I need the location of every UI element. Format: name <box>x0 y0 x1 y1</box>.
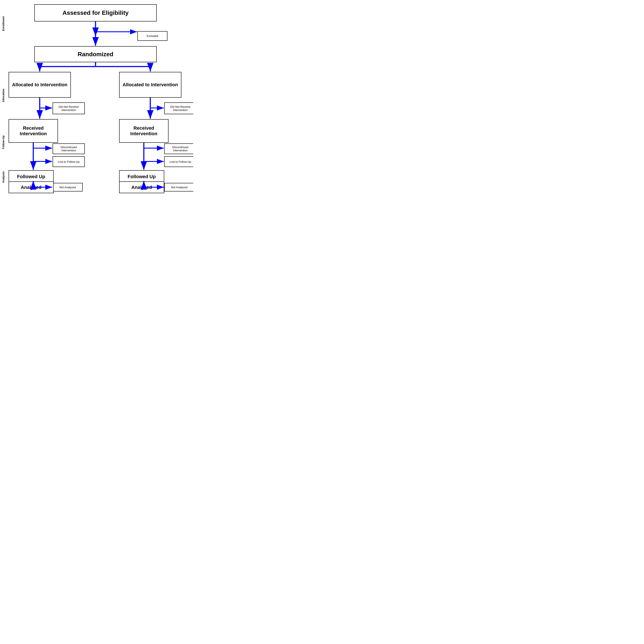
analysis-label: Analysis <box>2 162 5 192</box>
did-not-receive-right-box: Did Not Receive Intervention <box>164 102 193 114</box>
analyzed-right-box: Analyzed <box>119 181 164 193</box>
allocated-left-box: Allocated to Intervention <box>9 72 71 98</box>
followed-left-box: Followed Up <box>9 170 54 183</box>
eligibility-box: Assessed for Eligibility <box>34 4 157 21</box>
followup-label: Follow-Up <box>2 122 5 162</box>
received-right-box: Received Intervention <box>119 119 169 143</box>
discontinued-left-box: Discontinued Intervention <box>53 143 85 154</box>
allocated-right-box: Allocated to Intervention <box>119 72 181 98</box>
not-analyzed-right-box: Not Analyzed <box>164 183 193 191</box>
analyzed-left-box: Analyzed <box>9 181 54 193</box>
received-left-box: Received Intervention <box>9 119 58 143</box>
lost-left-box: Lost to Follow-Up <box>53 156 85 167</box>
followed-right-box: Followed Up <box>119 170 164 183</box>
enrollment-label: Enrollment <box>2 6 5 41</box>
randomized-box: Randomized <box>34 46 157 62</box>
not-analyzed-left-box: Not Analyzed <box>53 183 83 191</box>
did-not-receive-left-box: Did Not Receive Intervention <box>53 102 85 114</box>
consort-diagram: Enrollment Allocation Follow-Up Analysis… <box>0 0 193 193</box>
discontinued-right-box: Discontinued Intervention <box>164 143 193 154</box>
lost-right-box: Lost to Follow-Up <box>164 156 193 167</box>
excluded-box: Excluded <box>137 31 167 41</box>
